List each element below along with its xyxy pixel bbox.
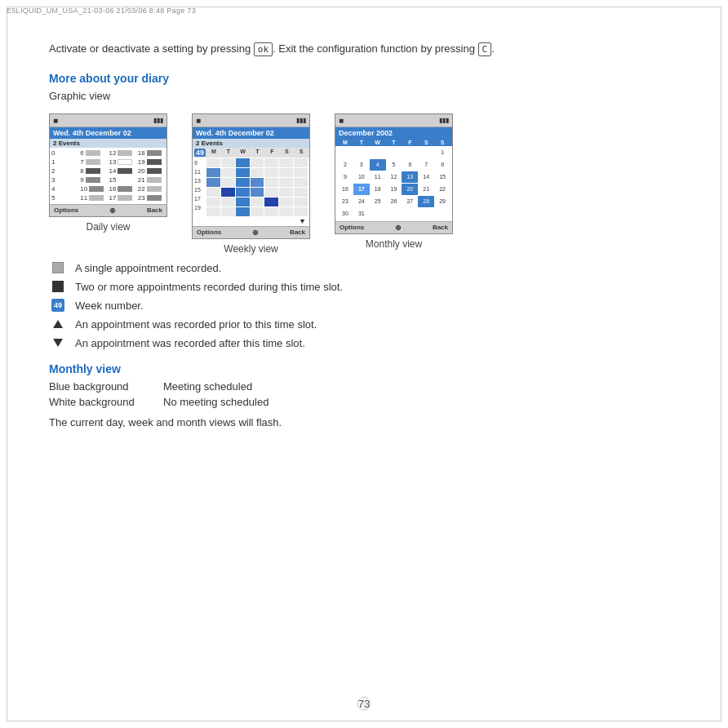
- daily-date-bar: Wed. 4th December 02: [50, 127, 166, 139]
- weekly-screen-wrapper: ■ ▮▮▮ Wed. 4th December 02 2 Events 49 M…: [192, 113, 310, 255]
- legend-item-after: An appointment was recorded after this t…: [49, 336, 679, 351]
- weekly-events-bar: 2 Events: [193, 139, 309, 148]
- legend-item-multiple: Two or more appointments recorded during…: [49, 280, 679, 295]
- weekly-date-bar: Wed. 4th December 02: [193, 127, 309, 139]
- daily-body: 0 1 2 3 4 5 6 7 8 9 10 11: [50, 148, 166, 204]
- monthly-status-bar: ■ ▮▮▮: [335, 114, 452, 127]
- monthly-desc-row-blue: Blue background Meeting scheduled: [49, 380, 679, 393]
- blue-bg-value: Meeting scheduled: [163, 380, 252, 393]
- weekly-days-header: 49 M T W T F S S: [193, 148, 309, 158]
- legend-text-multiple: Two or more appointments recorded during…: [75, 280, 343, 295]
- legend-text-single: A single appointment recorded.: [75, 261, 221, 276]
- white-bg-value: No meeting scheduled: [163, 396, 269, 408]
- legend-item-single: A single appointment recorded.: [49, 261, 679, 276]
- monthly-desc-table: Blue background Meeting scheduled White …: [49, 380, 679, 408]
- main-content: Activate or deactivate a setting by pres…: [49, 41, 679, 428]
- legend-text-prior: An appointment was recorded prior to thi…: [75, 317, 317, 332]
- ok-key: ok: [254, 42, 273, 56]
- week-number: 49: [194, 149, 206, 157]
- arrow-up-icon: [49, 317, 67, 331]
- daily-screen-wrapper: ■ ▮▮▮ Wed. 4th December 02 2 Events 0 1 …: [49, 113, 167, 233]
- monthly-section-heading: Monthly view: [49, 362, 679, 375]
- weekly-scroll-down: ▼: [193, 217, 309, 226]
- weekly-status-bar: ■ ▮▮▮: [193, 114, 309, 127]
- daily-screen: ■ ▮▮▮ Wed. 4th December 02 2 Events 0 1 …: [49, 113, 167, 217]
- legend-section: A single appointment recorded. Two or mo…: [49, 261, 679, 352]
- daily-events-bar: 2 Events: [50, 139, 166, 148]
- weekly-caption: Weekly view: [224, 243, 277, 255]
- monthly-screen: ■ ▮▮▮ December 2002 M T W T F S S: [335, 113, 453, 234]
- legend-text-after: An appointment was recorded after this t…: [75, 336, 305, 351]
- multiple-appointments-icon: [49, 280, 67, 293]
- subsection-heading: Graphic view: [49, 90, 679, 102]
- white-bg-label: White background: [49, 396, 155, 408]
- legend-text-week: Week number.: [75, 299, 144, 313]
- legend-item-week: 49 Week number.: [49, 299, 679, 313]
- flash-note: The current day, week and month views wi…: [49, 416, 679, 428]
- legend-item-prior: An appointment was recorded prior to thi…: [49, 317, 679, 332]
- weekly-screen: ■ ▮▮▮ Wed. 4th December 02 2 Events 49 M…: [192, 113, 310, 239]
- daily-bottom-bar: Options ⊕ Back: [50, 204, 166, 216]
- arrow-down-icon: [49, 336, 67, 349]
- registration-mark: [356, 695, 372, 712]
- weekly-bottom-bar: Options ⊕ Back: [193, 226, 309, 238]
- monthly-bottom-bar: Options ⊕ Back: [335, 221, 452, 233]
- monthly-grid: 1 2 3 4 5 6 7 8 9 10: [335, 146, 452, 221]
- section-heading: More about your diary: [49, 72, 679, 85]
- weekly-body: 9 11 13 15 17 19: [193, 158, 309, 217]
- monthly-caption: Monthly view: [366, 238, 422, 250]
- c-key: C: [478, 42, 492, 56]
- daily-caption: Daily view: [86, 221, 130, 233]
- intro-paragraph: Activate or deactivate a setting by pres…: [49, 41, 679, 57]
- week-number-icon: 49: [49, 299, 67, 312]
- blue-bg-label: Blue background: [49, 380, 155, 393]
- monthly-date-bar: December 2002: [335, 127, 452, 139]
- screens-row: ■ ▮▮▮ Wed. 4th December 02 2 Events 0 1 …: [49, 113, 679, 255]
- monthly-screen-wrapper: ■ ▮▮▮ December 2002 M T W T F S S: [335, 113, 453, 250]
- daily-status-bar: ■ ▮▮▮: [50, 114, 166, 127]
- single-appointment-icon: [49, 261, 67, 274]
- monthly-desc-row-white: White background No meeting scheduled: [49, 396, 679, 408]
- monthly-day-headers: M T W T F S S: [335, 139, 452, 146]
